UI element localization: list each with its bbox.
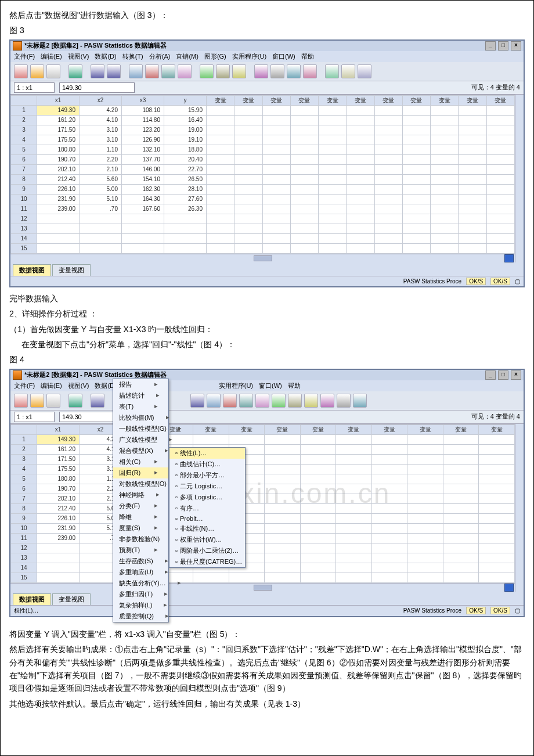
column-header[interactable]: x1 xyxy=(37,95,80,105)
cell-name-box[interactable] xyxy=(14,82,55,93)
data-cell[interactable]: 161.20 xyxy=(37,115,80,125)
row-header[interactable]: 7 xyxy=(11,164,37,174)
analyze-menu-item[interactable]: 报告▸ xyxy=(113,379,168,390)
analyze-menu-item[interactable]: 表(T)▸ xyxy=(113,401,168,412)
vertical-scrollbar[interactable] xyxy=(515,424,524,592)
print-icon[interactable] xyxy=(46,394,60,408)
regression-submenu-item[interactable]: ▫权重估计(W)… xyxy=(169,534,245,545)
regression-submenu-item[interactable]: ▫非线性(N)… xyxy=(169,523,245,534)
analyze-menu-item[interactable]: 比较均值(M)▸ xyxy=(113,412,168,423)
data-cell[interactable]: 202.10 xyxy=(37,494,80,503)
spell-icon[interactable] xyxy=(303,64,317,78)
data-cell[interactable]: 149.30 xyxy=(37,434,80,444)
row-header[interactable]: 11 xyxy=(11,533,37,543)
menu-item[interactable]: 编辑(E) xyxy=(41,52,62,61)
row-header[interactable]: 5 xyxy=(11,145,37,154)
toolbar-button[interactable] xyxy=(223,394,237,408)
row-header[interactable]: 6 xyxy=(11,154,37,164)
toolbar-button[interactable] xyxy=(190,394,204,408)
data-cell[interactable]: 175.50 xyxy=(37,135,80,145)
data-cell[interactable]: 2.10 xyxy=(80,164,122,174)
row-header[interactable]: 1 xyxy=(11,434,37,444)
data-cell[interactable]: 123.20 xyxy=(122,125,164,135)
column-header[interactable]: x1 xyxy=(37,424,80,434)
data-cell[interactable]: 1.10 xyxy=(80,145,122,154)
regression-submenu-item[interactable]: ▫两阶最小二乘法(2)… xyxy=(169,545,245,556)
data-cell[interactable]: 28.10 xyxy=(164,184,207,194)
menubar[interactable]: 文件(F)编辑(E)视图(V)数据(D)转换(T)分析(A)直销(M)图形(G)… xyxy=(10,51,524,62)
data-cell[interactable]: 180.80 xyxy=(37,145,80,154)
data-cell[interactable]: 22.70 xyxy=(164,164,207,174)
row-header[interactable]: 11 xyxy=(11,204,37,214)
menu-item[interactable]: 视图(V) xyxy=(68,381,89,390)
save-icon[interactable] xyxy=(30,64,44,78)
data-cell[interactable]: 239.00 xyxy=(37,204,80,214)
analyze-menu-item[interactable]: 回归(R)▸ xyxy=(113,467,168,478)
analyze-menu-item[interactable]: 生存函数(S)▸ xyxy=(113,556,168,567)
column-header-empty[interactable]: 变量 xyxy=(459,95,486,105)
menu-item[interactable]: 窗口(W) xyxy=(272,52,295,61)
data-cell[interactable]: 132.10 xyxy=(122,145,164,154)
data-cell[interactable]: 5.10 xyxy=(80,194,122,204)
toolbar-button[interactable] xyxy=(304,394,318,408)
window-controls[interactable]: _ □ × xyxy=(485,41,521,51)
row-header[interactable]: 6 xyxy=(11,484,37,494)
analyze-menu-item[interactable]: 广义线性模型▸ xyxy=(113,434,168,445)
addon-icon[interactable] xyxy=(341,64,355,78)
redo-icon[interactable] xyxy=(107,64,121,78)
menu-item[interactable]: 数据(D) xyxy=(95,52,116,61)
row-header[interactable]: 15 xyxy=(11,573,37,582)
toolbar-button[interactable] xyxy=(272,394,286,408)
data-cell[interactable]: 226.10 xyxy=(37,513,80,523)
regression-submenu-item[interactable]: ▫部分最小平方… xyxy=(169,470,245,481)
data-cell[interactable]: 5.60 xyxy=(80,174,122,184)
toolbar-button[interactable] xyxy=(288,394,302,408)
cell-name-box[interactable] xyxy=(14,412,55,422)
column-header-empty[interactable]: 变量 xyxy=(347,95,374,105)
menu-item[interactable]: 文件(F) xyxy=(14,52,35,61)
row-header[interactable]: 8 xyxy=(11,503,37,513)
help-icon[interactable] xyxy=(358,64,371,78)
analyze-menu-item[interactable]: 降维▸ xyxy=(113,512,168,523)
toolbar-button[interactable] xyxy=(255,394,269,408)
row-header[interactable]: 4 xyxy=(11,464,37,474)
regression-submenu-item[interactable]: ▫有序… xyxy=(169,503,245,514)
menu-item[interactable]: 实用程序(U) xyxy=(232,52,266,61)
menu-item[interactable]: 窗口(W) xyxy=(259,381,282,390)
column-header-empty[interactable]: 变量 xyxy=(443,424,479,434)
vertical-scrollbar[interactable] xyxy=(515,95,524,262)
data-cell[interactable]: 180.80 xyxy=(37,474,80,484)
weight-icon[interactable] xyxy=(216,64,230,78)
sets-icon[interactable] xyxy=(287,64,301,78)
row-header[interactable]: 2 xyxy=(11,115,37,125)
data-cell[interactable]: 20.40 xyxy=(164,154,207,164)
column-header[interactable]: x2 xyxy=(80,95,122,105)
data-cell[interactable]: 171.50 xyxy=(37,125,80,135)
data-cell[interactable]: 137.70 xyxy=(122,154,164,164)
data-cell[interactable]: 190.70 xyxy=(37,484,80,494)
data-cell[interactable]: 149.30 xyxy=(37,105,80,115)
data-cell[interactable]: 26.30 xyxy=(164,204,207,214)
row-header[interactable]: 10 xyxy=(11,523,37,533)
data-cell[interactable]: 212.40 xyxy=(37,503,80,513)
analyze-menu-popup[interactable]: 报告▸描述统计▸表(T)▸比较均值(M)▸一般线性模型(G)▸广义线性模型▸混合… xyxy=(113,379,169,622)
data-cell[interactable]: 171.50 xyxy=(37,454,80,464)
split-icon[interactable] xyxy=(200,64,214,78)
window-controls[interactable]: _ □ × xyxy=(485,370,521,380)
menu-item[interactable]: 文件(F) xyxy=(14,381,35,390)
analyze-menu-item[interactable]: 多重响应(U)▸ xyxy=(113,567,168,578)
analyze-menu-item[interactable]: 神经网络▸ xyxy=(113,489,168,501)
tab-variable-view[interactable]: 变量视图 xyxy=(52,264,91,276)
column-header-empty[interactable]: 变量 xyxy=(479,424,515,434)
data-grid[interactable]: x1x2变量变量变量变量变量变量变量变量变量变量变量1149.304.20216… xyxy=(10,424,515,583)
recall-icon[interactable] xyxy=(68,64,82,78)
horizontal-scrollbar[interactable] xyxy=(10,254,515,262)
data-cell[interactable]: 126.90 xyxy=(122,135,164,145)
analyze-menu-item[interactable]: 描述统计▸ xyxy=(113,390,168,401)
view-tabs[interactable]: 数据视图 变量视图 xyxy=(10,592,524,605)
toolbar-button[interactable] xyxy=(337,394,351,408)
data-cell[interactable]: 15.90 xyxy=(164,105,207,115)
data-cell[interactable]: 108.10 xyxy=(122,105,164,115)
menu-item[interactable]: 直销(M) xyxy=(176,52,199,61)
analyze-menu-item[interactable]: 对数线性模型(O)▸ xyxy=(113,478,168,489)
